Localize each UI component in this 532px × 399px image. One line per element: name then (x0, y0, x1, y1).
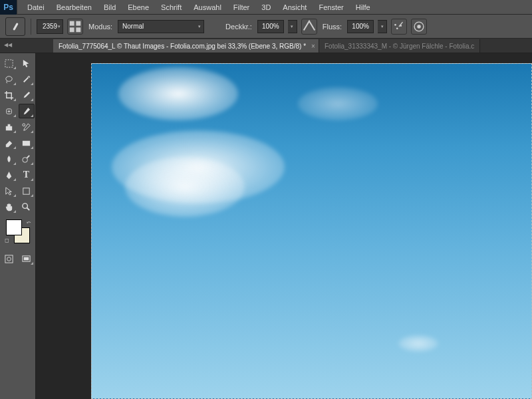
collapse-icon[interactable]: ◀◀ (4, 42, 12, 48)
menu-3d[interactable]: 3D (255, 0, 277, 15)
eyedropper-tool[interactable] (19, 88, 35, 102)
svg-rect-13 (23, 140, 30, 146)
gradient-tool[interactable] (19, 136, 35, 150)
move-tool[interactable] (19, 56, 35, 70)
menu-window[interactable]: Fenster (313, 0, 349, 15)
svg-point-10 (6, 76, 12, 81)
app-logo: Ps (0, 0, 17, 15)
menu-view[interactable]: Ansicht (277, 0, 313, 15)
history-brush-tool[interactable] (19, 120, 35, 134)
workspace: T ⤺ ◻ (0, 53, 532, 399)
mode-label: Modus: (87, 23, 114, 31)
menu-file[interactable]: Datei (21, 0, 51, 15)
menu-help[interactable]: Hilfe (350, 0, 376, 15)
foreground-swatch[interactable] (6, 219, 22, 235)
blend-mode-value: Normal (122, 23, 144, 30)
options-bar: 2359▾ Modus: Normal▾ Deckkr.: 100% ▾ Flu… (0, 15, 532, 39)
separator (31, 19, 31, 35)
brush-size-field[interactable]: 2359▾ (37, 19, 63, 34)
svg-point-8 (417, 25, 421, 29)
document-canvas[interactable] (91, 63, 532, 399)
lasso-tool[interactable] (1, 72, 17, 86)
cloud-graphic (125, 157, 245, 217)
flow-caret[interactable]: ▾ (378, 20, 387, 33)
brush-icon (13, 23, 19, 31)
toolbox: T ⤺ ◻ (0, 53, 36, 399)
cloud-graphic (398, 335, 438, 352)
default-colors-icon[interactable]: ◻ (5, 237, 9, 243)
menu-edit[interactable]: Bearbeiten (51, 0, 98, 15)
svg-rect-15 (23, 188, 29, 194)
chevron-down-icon: ▾ (58, 24, 61, 29)
chevron-down-icon: ▾ (198, 24, 201, 29)
svg-rect-2 (70, 27, 74, 32)
zoom-tool[interactable] (19, 200, 35, 214)
flow-field[interactable]: 100% (347, 20, 374, 33)
clone-tool[interactable] (1, 120, 17, 134)
svg-rect-0 (70, 21, 74, 25)
magic-wand-tool[interactable] (19, 72, 35, 86)
document-tab-bar: ◀◀ Fotolia_7775064_L © Thaut Images - Fo… (0, 39, 532, 53)
document-tab-active[interactable]: Fotolia_7775064_L © Thaut Images - Fotol… (53, 39, 319, 53)
document-tab-inactive[interactable]: Fotolia_31333343_M - © Jürgen Fälchle - … (319, 39, 480, 53)
opacity-field[interactable]: 100% (257, 20, 284, 33)
shape-tool[interactable] (19, 184, 35, 198)
canvas-area (36, 53, 532, 399)
pressure-opacity-toggle[interactable] (301, 19, 317, 35)
close-icon[interactable]: × (311, 43, 315, 50)
hand-tool[interactable] (1, 200, 17, 214)
path-select-tool[interactable] (1, 184, 17, 198)
svg-rect-17 (5, 255, 13, 262)
swap-colors-icon[interactable]: ⤺ (27, 219, 31, 225)
svg-point-12 (23, 123, 25, 126)
marquee-tool[interactable] (1, 56, 17, 70)
svg-point-16 (23, 203, 28, 208)
pressure-size-toggle[interactable] (411, 19, 427, 35)
tab-title: Fotolia_7775064_L © Thaut Images - Fotol… (59, 43, 306, 50)
menu-layer[interactable]: Ebene (122, 0, 155, 15)
blend-mode-dropdown[interactable]: Normal▾ (118, 20, 204, 33)
svg-point-6 (394, 23, 396, 25)
svg-point-4 (396, 27, 398, 29)
flow-label: Fluss: (321, 23, 343, 31)
svg-rect-1 (76, 21, 80, 25)
menu-bar: Ps Datei Bearbeiten Bild Ebene Schrift A… (0, 0, 532, 15)
menu-select[interactable]: Auswahl (188, 0, 227, 15)
tool-preset-picker[interactable] (5, 17, 25, 36)
svg-rect-20 (24, 257, 29, 260)
menu-image[interactable]: Bild (98, 0, 122, 15)
dodge-tool[interactable] (19, 152, 35, 166)
opacity-label: Deckkr.: (224, 23, 253, 31)
healing-tool[interactable] (1, 104, 17, 118)
svg-rect-3 (76, 27, 80, 32)
crop-tool[interactable] (1, 88, 17, 102)
eraser-tool[interactable] (1, 136, 17, 150)
menu-type[interactable]: Schrift (155, 0, 188, 15)
brush-size-value: 2359 (43, 23, 57, 30)
menu-filter[interactable]: Filter (227, 0, 255, 15)
cloud-graphic (118, 67, 238, 120)
brush-panel-toggle[interactable] (67, 19, 83, 35)
svg-point-18 (7, 257, 11, 261)
tab-title: Fotolia_31333343_M - © Jürgen Fälchle - … (325, 43, 474, 50)
type-icon: T (23, 170, 29, 180)
svg-rect-9 (5, 59, 13, 66)
cloud-graphic (298, 87, 378, 120)
brush-tool[interactable] (19, 104, 35, 118)
airbrush-toggle[interactable] (391, 19, 407, 35)
opacity-caret[interactable]: ▾ (288, 20, 297, 33)
screenmode-toggle[interactable] (19, 251, 35, 266)
quickmask-toggle[interactable] (1, 251, 17, 266)
blur-tool[interactable] (1, 152, 17, 166)
svg-point-14 (23, 157, 28, 162)
color-swatches[interactable]: ⤺ ◻ (6, 219, 30, 243)
pen-tool[interactable] (1, 168, 17, 182)
type-tool[interactable]: T (19, 168, 35, 182)
